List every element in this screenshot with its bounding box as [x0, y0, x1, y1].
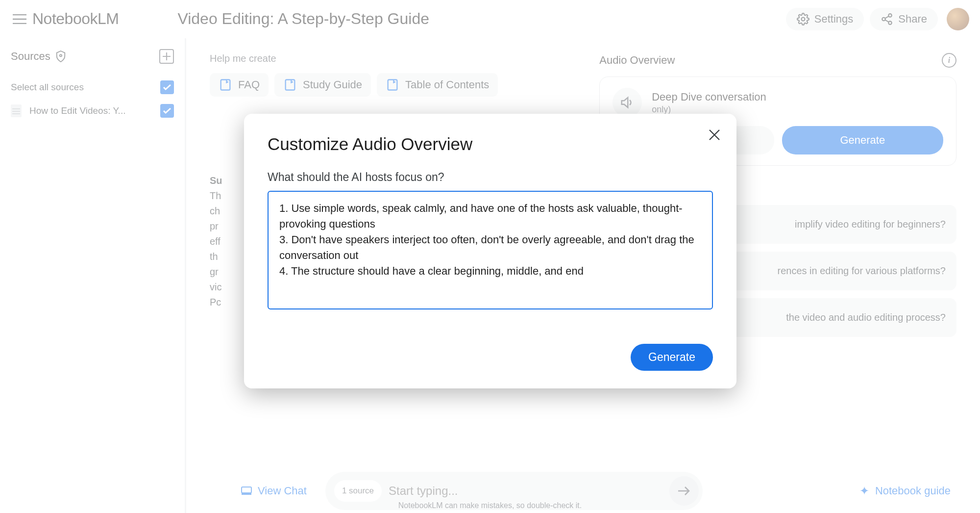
modal-title: Customize Audio Overview [268, 134, 713, 154]
modal-generate-button[interactable]: Generate [631, 344, 713, 371]
focus-textarea[interactable] [268, 191, 713, 309]
modal-generate-label: Generate [648, 351, 695, 363]
customize-audio-modal: Customize Audio Overview What should the… [244, 114, 736, 388]
modal-prompt: What should the AI hosts focus on? [268, 171, 713, 184]
close-icon[interactable] [708, 128, 721, 141]
